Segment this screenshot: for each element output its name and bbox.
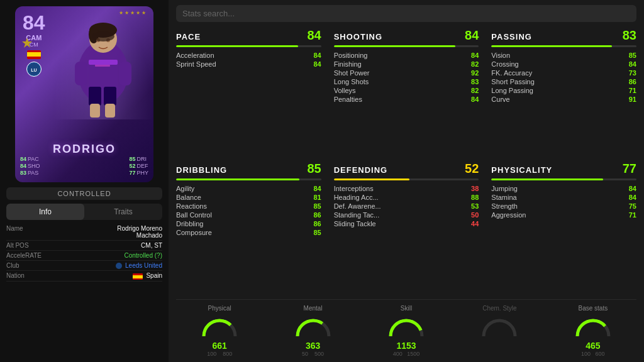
passing-value: 83	[623, 28, 636, 43]
info-row-altpos: Alt POS CM, ST	[6, 241, 162, 251]
info-row-accelrate: AcceleRATE Controlled (?)	[6, 251, 162, 261]
physicality-label: PHYSICALITY	[491, 165, 552, 175]
gauge-skill-label: Skill	[401, 305, 412, 312]
pace-label: PACE	[176, 32, 201, 41]
pace-value: 84	[307, 28, 321, 43]
shooting-value: 84	[465, 28, 479, 43]
bottom-gauges: Physical 661 100 800 Mental 363 50 500 S…	[176, 299, 636, 357]
gauge-base-stats-range: 100 600	[581, 351, 605, 357]
category-passing: PASSING 83 Vision85 Crossing84 FK. Accur…	[491, 28, 636, 156]
gauge-mental: Mental 363 50 500	[269, 305, 356, 357]
search-bar[interactable]: Stats search...	[176, 5, 636, 22]
svg-rect-10	[119, 62, 131, 85]
category-shooting: SHOOTING 84 Positioning84 Finishing82 Sh…	[334, 28, 479, 156]
svg-marker-2	[22, 38, 32, 48]
gauge-mental-svg	[294, 314, 332, 339]
svg-rect-13	[90, 104, 100, 118]
shooting-label: SHOOTING	[334, 32, 382, 41]
acc-val: 84	[306, 52, 321, 59]
search-placeholder: Stats search...	[182, 9, 235, 18]
stat-dri-val: 85	[129, 156, 135, 162]
info-label-name: Name	[6, 225, 23, 239]
stat-pac-label: PAC	[28, 156, 39, 162]
svg-point-17	[92, 31, 114, 41]
gauge-skill: Skill 1153 400 1500	[363, 305, 450, 357]
gauge-skill-range: 400 1500	[393, 351, 420, 357]
card-rating: 84	[23, 13, 45, 33]
category-dribbling: DRIBBLING 85 Agility84 Balance81 Reactio…	[176, 162, 321, 290]
info-value-name: Rodrigo MorenoMachado	[117, 225, 162, 239]
right-panel: Stats search... PACE 84 Acceleration84 S…	[169, 0, 644, 362]
defending-label: DEFENDING	[334, 165, 388, 175]
info-row-club: Club Leeds United	[6, 261, 162, 271]
svg-rect-11	[89, 87, 101, 106]
stat-def-label: DEF	[136, 163, 148, 169]
bottom-section: CONTROLLED Info Traits Name Rodrigo More…	[6, 187, 162, 282]
stat-def-val: 52	[129, 163, 135, 169]
spd-label: Sprint Speed	[176, 60, 216, 68]
category-pace: PACE 84 Acceleration84 Sprint Speed84	[176, 28, 321, 156]
info-value-altpos: CM, ST	[141, 242, 162, 249]
stat-pas-val: 83	[20, 170, 26, 176]
gauge-chem-style: Chem. Style	[456, 305, 543, 357]
stat-sho-label: SHO	[28, 163, 40, 169]
gauge-chem-style-svg	[480, 314, 518, 339]
acc-label: Acceleration	[176, 52, 214, 59]
player-card: ★★★★★ 84 CAM CM LU	[15, 6, 153, 182]
physicality-value: 77	[623, 162, 636, 176]
stat-dri-label: DRI	[136, 156, 147, 162]
card-stats-row: 84 PAC 84 SHO 83 PAS 85 DRI 52 DEF 77 PH…	[20, 156, 148, 176]
gauge-physical-range: 100 800	[207, 351, 232, 357]
info-label-nation: Nation	[6, 272, 25, 279]
stat-pas-label: PAS	[28, 170, 38, 176]
svg-text:LU: LU	[31, 68, 36, 72]
svg-rect-8	[89, 60, 118, 65]
gauge-skill-svg	[387, 314, 425, 339]
info-label-club: Club	[6, 262, 19, 269]
gauge-base-stats: Base stats 465 100 600	[550, 305, 636, 357]
gauge-base-stats-value: 465	[586, 341, 600, 351]
curve-label: Curve	[491, 96, 509, 103]
category-defending: DEFENDING 52 Interceptions38 Heading Acc…	[334, 162, 479, 290]
gauge-base-stats-label: Base stats	[578, 305, 608, 312]
accel-badge: CONTROLLED	[6, 187, 162, 200]
gauge-physical-value: 661	[213, 341, 227, 351]
category-physicality: PHYSICALITY 77 Jumping84 Stamina84 Stren…	[491, 162, 636, 290]
defending-value: 52	[465, 162, 479, 176]
svg-rect-18	[95, 65, 110, 67]
special-badge	[20, 36, 34, 50]
stat-phy-label: PHY	[136, 170, 148, 176]
stats-grid: PACE 84 Acceleration84 Sprint Speed84 SH…	[176, 28, 636, 294]
gauge-base-stats-svg	[574, 314, 612, 339]
svg-rect-9	[75, 62, 87, 85]
card-player-name: RODRIGO	[15, 143, 153, 156]
tab-info[interactable]: Info	[6, 204, 84, 220]
info-value-accelrate: Controlled (?)	[124, 252, 162, 259]
info-row-nation: Nation Spain	[6, 271, 162, 281]
gauge-mental-value: 363	[306, 341, 320, 351]
info-row-name: Name Rodrigo MorenoMachado	[6, 224, 162, 241]
stat-phy-val: 77	[129, 170, 135, 176]
info-value-nation: Spain	[133, 272, 162, 279]
tabs-row: Info Traits	[6, 204, 162, 220]
passing-label: PASSING	[491, 32, 532, 41]
svg-rect-12	[104, 87, 116, 106]
tab-traits[interactable]: Traits	[84, 204, 162, 220]
crossing-label: Crossing	[491, 60, 518, 68]
left-panel: ★★★★★ 84 CAM CM LU	[0, 0, 169, 362]
gauge-skill-value: 1153	[396, 341, 416, 351]
player-image	[53, 6, 153, 119]
dribbling-label: DRIBBLING	[176, 165, 227, 175]
spd-val: 84	[306, 60, 321, 68]
gauge-chem-style-label: Chem. Style	[482, 305, 516, 312]
info-table: Name Rodrigo MorenoMachado Alt POS CM, S…	[6, 224, 162, 282]
stat-pac-val: 84	[20, 156, 26, 162]
gauge-physical-svg	[201, 314, 238, 339]
gauge-physical: Physical 661 100 800	[176, 305, 263, 357]
club-logo: LU	[26, 62, 42, 77]
svg-rect-14	[105, 104, 115, 118]
flag-spain	[27, 50, 41, 59]
info-label-altpos: Alt POS	[6, 242, 29, 249]
gauge-physical-label: Physical	[208, 305, 231, 312]
gauge-mental-range: 50 500	[302, 351, 324, 357]
